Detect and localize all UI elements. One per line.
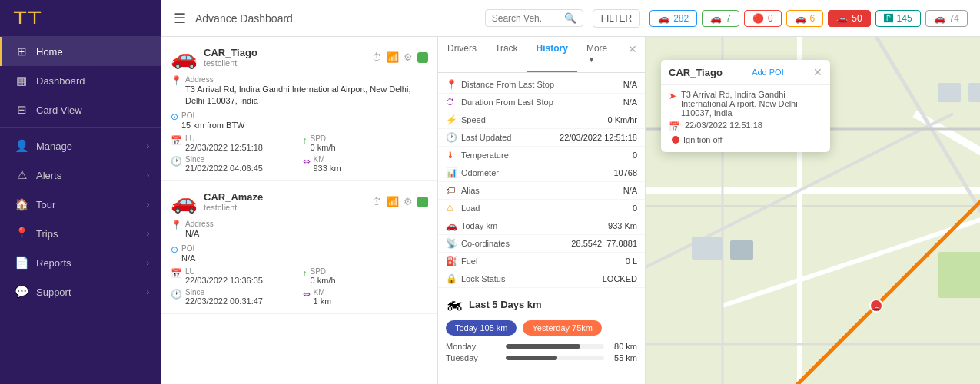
lu-value-amaze: 22/03/2022 13:36:35 (185, 276, 263, 285)
sidebar-divider (0, 127, 161, 128)
info-key-5: Odometer (461, 168, 613, 177)
manage-arrow-icon: › (147, 142, 149, 151)
clock-icon[interactable]: ⏱ (372, 51, 382, 63)
idle-count: 7 (726, 13, 731, 24)
sidebar-support-label: Support (36, 286, 139, 298)
address-row-amaze: 📍 Address N/A (171, 219, 428, 240)
popup-close-button[interactable]: ✕ (813, 66, 822, 78)
search-icon: 🔍 (564, 12, 576, 24)
vehicle-card-amaze[interactable]: 🚗 CAR_Amaze testclient ⏱ 📶 ⚙ 📍 (161, 181, 437, 314)
spd-value-tiago: 0 km/h (311, 143, 336, 152)
popup-timestamp: 22/03/2022 12:51:18 (685, 121, 762, 130)
address-text-amaze: N/A (185, 228, 214, 240)
last-days-title: Last 5 Days km (469, 299, 542, 310)
settings-icon-amaze[interactable]: ⚙ (404, 196, 413, 207)
tour-arrow-icon: › (147, 200, 149, 209)
panel-close-button[interactable]: ✕ (620, 37, 645, 72)
search-input[interactable] (492, 13, 561, 24)
popup-header: CAR_Tiago Add POI ✕ (661, 60, 830, 85)
clock-icon-amaze[interactable]: ⏱ (372, 196, 382, 207)
lu-row-tiago: 📅 LU 22/03/2022 12:51:18 (171, 134, 297, 152)
menu-icon[interactable]: ☰ (174, 10, 186, 27)
day-bar-container-tuesday (506, 356, 604, 360)
chart-icon-amaze[interactable]: 📶 (387, 196, 399, 207)
poi-text-tiago: 15 km from BTW (181, 120, 245, 131)
address-icon-amaze: 📍 (171, 220, 182, 230)
badge-stopped[interactable]: 🔴 0 (744, 10, 782, 27)
idle-icon: 🚗 (710, 13, 722, 24)
reports-arrow-icon: › (147, 259, 149, 267)
info-icon-10: ⛽ (446, 256, 461, 266)
sidebar-item-dashboard[interactable]: ▦ Dashboard (0, 66, 161, 95)
day-bar-tuesday (506, 356, 557, 360)
info-val-4: 0 (633, 151, 637, 160)
badge-parking[interactable]: 🅿 145 (875, 10, 921, 27)
sidebar-item-trips[interactable]: 📍 Trips › (0, 219, 161, 248)
yesterday-badge[interactable]: Yesterday 75km (523, 320, 601, 336)
info-row-4: 🌡 Temperature 0 (438, 147, 645, 164)
info-icon-1: ⏱ (446, 97, 461, 108)
sidebar-item-reports[interactable]: 📄 Reports › (0, 248, 161, 277)
support-icon: 💬 (15, 285, 28, 299)
panel-body: 📍 Distance From Last Stop N/A ⏱ Duration… (438, 73, 645, 384)
since-row-amaze: 🕐 Since 22/03/2022 00:31:47 (171, 288, 297, 306)
reports-icon: 📄 (15, 256, 28, 270)
sidebar-item-alerts[interactable]: ⚠ Alerts › (0, 161, 161, 190)
today-badge[interactable]: Today 105 km (446, 320, 517, 336)
since-row-tiago: 🕐 Since 21/02/2022 04:06:45 (171, 155, 297, 173)
info-row-9: 📡 Co-ordinates 28.5542, 77.0881 (438, 235, 645, 253)
vehicle-actions-tiago: ⏱ 📶 ⚙ (372, 51, 428, 63)
tab-history[interactable]: History (527, 37, 577, 72)
badge-moving[interactable]: 🚗 282 (649, 10, 697, 27)
stopped-count: 0 (768, 13, 773, 24)
last-days-header: 🏍 Last 5 Days km (446, 294, 637, 314)
tab-drivers-label: Drivers (447, 43, 477, 54)
address-text-tiago: T3 Arrival Rd, Indira Gandhi Internation… (185, 84, 428, 108)
settings-icon[interactable]: ⚙ (404, 51, 413, 63)
popup-timestamp-row: 📅 22/03/2022 12:51:18 (669, 121, 822, 132)
info-val-11: LOCKED (603, 274, 637, 283)
sidebar-item-manage[interactable]: 👤 Manage › (0, 131, 161, 161)
chart-icon[interactable]: 📶 (387, 51, 399, 63)
popup-add-poi-link[interactable]: Add POI (752, 68, 784, 77)
vehicle-card-tiago[interactable]: 🚗 CAR_Tiago testclient ⏱ 📶 ⚙ 📍 (161, 37, 437, 181)
info-icon-7: ⚠ (446, 203, 461, 214)
badge-idle[interactable]: 🚗 7 (702, 10, 739, 27)
vehicle-details-tiago: 📅 LU 22/03/2022 12:51:18 ↑ SPD 0 km/h (171, 134, 428, 173)
vehicle-header-amaze: 🚗 CAR_Amaze testclient ⏱ 📶 ⚙ (171, 189, 428, 214)
km-value-amaze: 1 km (314, 296, 332, 306)
alerts-arrow-icon: › (147, 171, 149, 180)
badge-nosignal[interactable]: 🚗 50 (828, 10, 870, 27)
sidebar-item-tour[interactable]: 🏠 Tour › (0, 190, 161, 219)
stopped-icon: 🔴 (752, 13, 764, 24)
sidebar-item-cardview[interactable]: ⊟ Card View (0, 95, 161, 124)
vehicle-car-icon-tiago: 🚗 (171, 45, 198, 70)
address-block-tiago: Address T3 Arrival Rd, Indira Gandhi Int… (185, 74, 428, 108)
vehicle-info-amaze: CAR_Amaze testclient (204, 191, 263, 212)
since-value-amaze: 22/03/2022 00:31:47 (185, 296, 263, 306)
parking-icon: 🅿 (884, 13, 893, 24)
tab-more-arrow: ▼ (588, 56, 595, 64)
topbar: ☰ Advance Dashboard 🔍 FILTER 🚗 282 🚗 7 🔴… (161, 0, 980, 37)
info-val-8: 933 Km (608, 221, 637, 230)
tab-drivers[interactable]: Drivers (438, 37, 486, 72)
status-dot-tiago (417, 52, 428, 63)
tab-track[interactable]: Track (486, 37, 527, 72)
popup-vehicle-name: CAR_Tiago (669, 67, 723, 78)
sidebar-item-home[interactable]: ⊞ Home (0, 37, 161, 66)
badge-other[interactable]: 🚗 74 (925, 10, 968, 27)
sidebar-item-support[interactable]: 💬 Support › (0, 277, 161, 306)
lu-row-amaze: 📅 LU 22/03/2022 13:36:35 (171, 267, 297, 285)
popup-time-icon: 📅 (669, 121, 680, 132)
info-row-11: 🔒 Lock Status LOCKED (438, 270, 645, 288)
sidebar-cardview-label: Card View (36, 104, 149, 116)
lu-value-tiago: 22/03/2022 12:51:18 (185, 143, 263, 152)
tab-more[interactable]: More ▼ (577, 37, 620, 72)
spd-row-tiago: ↑ SPD 0 km/h (303, 134, 429, 152)
since-value-tiago: 21/02/2022 04:06:45 (185, 164, 263, 173)
info-icon-8: 🚗 (446, 220, 461, 231)
filter-button[interactable]: FILTER (593, 9, 640, 28)
cardview-icon: ⊟ (15, 103, 28, 117)
badge-inactive[interactable]: 🚗 6 (786, 10, 824, 27)
trips-icon: 📍 (15, 227, 28, 240)
